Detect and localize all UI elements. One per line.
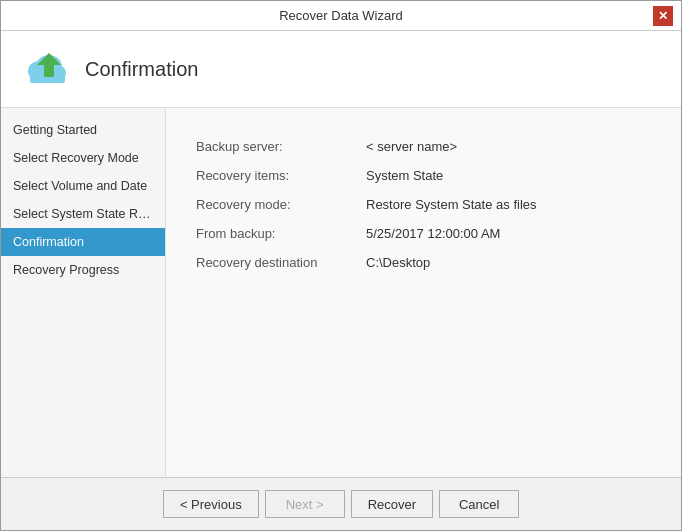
info-value-1: System State [366, 168, 443, 183]
info-label-1: Recovery items: [196, 168, 366, 183]
info-value-4: C:\Desktop [366, 255, 430, 270]
content-area: Getting StartedSelect Recovery ModeSelec… [1, 108, 681, 477]
page-title: Confirmation [85, 58, 198, 81]
info-table: Backup server:< server name>Recovery ite… [196, 132, 651, 277]
previous-button[interactable]: < Previous [163, 490, 259, 518]
header: Confirmation [1, 31, 681, 108]
info-value-3: 5/25/2017 12:00:00 AM [366, 226, 500, 241]
close-button[interactable]: ✕ [653, 6, 673, 26]
info-row-4: Recovery destinationC:\Desktop [196, 248, 651, 277]
info-row-2: Recovery mode:Restore System State as fi… [196, 190, 651, 219]
title-bar: Recover Data Wizard ✕ [1, 1, 681, 31]
sidebar-item-4[interactable]: Confirmation [1, 228, 165, 256]
sidebar-item-5[interactable]: Recovery Progress [1, 256, 165, 284]
info-value-0: < server name> [366, 139, 457, 154]
app-icon [21, 45, 69, 93]
info-label-4: Recovery destination [196, 255, 366, 270]
recover-data-wizard-window: Recover Data Wizard ✕ Confirmation Getti… [0, 0, 682, 531]
sidebar: Getting StartedSelect Recovery ModeSelec… [1, 108, 166, 477]
info-label-3: From backup: [196, 226, 366, 241]
sidebar-item-2[interactable]: Select Volume and Date [1, 172, 165, 200]
main-content: Backup server:< server name>Recovery ite… [166, 108, 681, 477]
footer: < Previous Next > Recover Cancel [1, 477, 681, 530]
sidebar-item-0[interactable]: Getting Started [1, 116, 165, 144]
info-label-0: Backup server: [196, 139, 366, 154]
cancel-button[interactable]: Cancel [439, 490, 519, 518]
window-title: Recover Data Wizard [29, 8, 653, 23]
info-value-2: Restore System State as files [366, 197, 537, 212]
info-label-2: Recovery mode: [196, 197, 366, 212]
info-row-1: Recovery items:System State [196, 161, 651, 190]
recover-button[interactable]: Recover [351, 490, 433, 518]
info-row-0: Backup server:< server name> [196, 132, 651, 161]
next-button[interactable]: Next > [265, 490, 345, 518]
sidebar-item-1[interactable]: Select Recovery Mode [1, 144, 165, 172]
sidebar-item-3[interactable]: Select System State Reco... [1, 200, 165, 228]
info-row-3: From backup:5/25/2017 12:00:00 AM [196, 219, 651, 248]
